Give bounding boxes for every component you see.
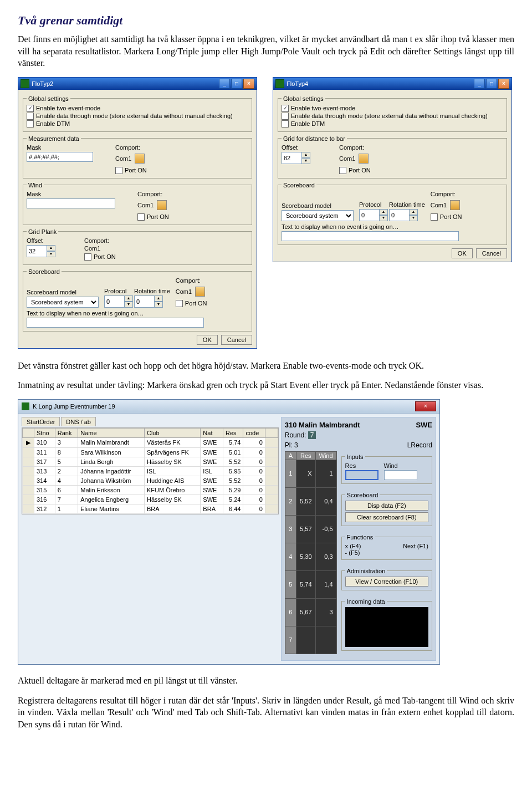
- place-label: Pl:: [285, 441, 293, 449]
- legend-wind: Wind: [27, 182, 44, 188]
- group-scoreboard-l: Scoreboard Scoreboard model Scoreboard s…: [23, 268, 252, 332]
- ok-button[interactable]: OK: [452, 248, 473, 258]
- disp-data-button[interactable]: Disp data (F2): [345, 501, 428, 511]
- window-event-entry: K Long Jump Eventnumber 19 × StartOrder …: [18, 399, 440, 665]
- label-mask-wind: Mask: [27, 191, 115, 197]
- results-table: Stno Rank Name Club Nat Res code ▶3103Ma…: [22, 428, 278, 514]
- group-scoreboard-r: Scoreboard Scoreboard model Scoreboard s…: [278, 182, 507, 245]
- table-row[interactable]: 3132Jóhanna IngadóttirISLISL5,950: [23, 466, 278, 476]
- group-functions: Functions x (F4)Next (F1) - (F5): [341, 534, 432, 560]
- cancel-button[interactable]: Cancel: [476, 248, 507, 258]
- maximize-button[interactable]: □: [486, 79, 497, 89]
- checkbox-two-event[interactable]: ✓Enable two-event-mode: [282, 105, 503, 112]
- minimize-button[interactable]: _: [219, 79, 230, 89]
- incoming-data-area: [345, 607, 428, 647]
- wizard-icon[interactable]: [157, 200, 167, 210]
- tab-dns-ab[interactable]: DNS / ab: [61, 417, 96, 426]
- wizard-icon[interactable]: [450, 200, 460, 210]
- checkbox-data-through[interactable]: Enable data through mode (store external…: [27, 113, 248, 120]
- checkbox-port-on-wind[interactable]: Port ON: [137, 213, 169, 221]
- th-nat[interactable]: Nat: [201, 428, 223, 437]
- checkbox-port-on-gp[interactable]: Port ON: [84, 253, 116, 261]
- group-incoming: Incoming data: [341, 598, 432, 651]
- group-measurement: Measurement data Mask Comport: Com1 Port…: [23, 135, 252, 179]
- th-club[interactable]: Club: [144, 428, 200, 437]
- func-next[interactable]: Next (F1): [403, 543, 428, 549]
- table-row[interactable]: 3118Sara WilkinsonSpårvägens FKSWE5,010: [23, 447, 278, 457]
- view-correction-button[interactable]: View / Correction (F10): [345, 577, 428, 587]
- round-label: Round:: [285, 431, 306, 439]
- res-input[interactable]: [345, 470, 378, 480]
- th-res[interactable]: Res: [223, 428, 243, 437]
- table-row[interactable]: 3175Linda BerghHässelby SKSWE5,520: [23, 457, 278, 466]
- checkbox-enable-dtm[interactable]: Enable DTM: [282, 120, 503, 128]
- close-button[interactable]: ×: [415, 401, 436, 411]
- offset-spinner[interactable]: ▲▼: [282, 152, 306, 164]
- lrecord-label: LRecord: [407, 441, 432, 449]
- wizard-icon[interactable]: [359, 154, 369, 164]
- place-value: 3: [294, 441, 298, 449]
- mask-input[interactable]: [27, 152, 93, 162]
- protocol-spinner[interactable]: ▲▼: [359, 209, 383, 221]
- legend-incoming: Incoming data: [345, 598, 387, 605]
- label-comport-wind: Comport:: [137, 191, 169, 197]
- comport-gp-value: Com1: [84, 245, 116, 252]
- func-dash-f5[interactable]: - (F5): [345, 549, 360, 556]
- close-button[interactable]: ×: [243, 79, 254, 89]
- legend-global: Global settings: [27, 95, 70, 102]
- th-code[interactable]: code: [243, 428, 265, 437]
- titlebar-event[interactable]: K Long Jump Eventnumber 19 ×: [18, 400, 439, 414]
- th-name[interactable]: Name: [78, 428, 145, 437]
- maximize-button[interactable]: □: [231, 79, 242, 89]
- label-comport-gp: Comport:: [84, 237, 116, 244]
- display-text-input[interactable]: [282, 231, 459, 241]
- group-global-settings: Global settings ✓Enable two-event-mode E…: [23, 95, 252, 132]
- wizard-icon[interactable]: [195, 287, 205, 297]
- wizard-icon[interactable]: [135, 154, 145, 164]
- table-row[interactable]: ▶3103Malin MalmbrandtVästerås FKSWE5,740: [23, 437, 278, 447]
- titlebar-flotyp2[interactable]: FloTyp2 _ □ ×: [18, 78, 257, 90]
- checkbox-two-event[interactable]: ✓Enable two-event-mode: [27, 105, 248, 112]
- label-rotation: Rotation time: [134, 288, 170, 294]
- checkbox-port-on-sb[interactable]: Port ON: [431, 213, 462, 221]
- ok-button[interactable]: OK: [197, 335, 218, 345]
- rotation-spinner[interactable]: ▲▼: [134, 295, 158, 308]
- func-x-f4[interactable]: x (F4): [345, 543, 361, 549]
- checkbox-enable-dtm[interactable]: Enable DTM: [27, 120, 248, 128]
- table-row[interactable]: 3144Johanna WikströmHuddinge AISSWE5,520: [23, 476, 278, 485]
- label-wind: Wind: [384, 462, 417, 469]
- label-sbmodel: Scoreboard model: [27, 289, 99, 295]
- display-text-input[interactable]: [27, 318, 204, 328]
- group-inputs: Inputs Res Wind: [341, 453, 432, 484]
- table-row[interactable]: 3167Angelica EngbergHässelby SKSWE5,240: [23, 495, 278, 504]
- wind-input[interactable]: [384, 470, 417, 480]
- group-global-settings-r: Global settings ✓Enable two-event-mode E…: [278, 95, 507, 132]
- th-stno[interactable]: Stno: [34, 428, 55, 437]
- section-heading: Två grenar samtidigt: [18, 13, 514, 28]
- rotation-spinner[interactable]: ▲▼: [389, 209, 413, 221]
- label-comport-sb: Comport:: [431, 191, 462, 197]
- checkbox-data-through[interactable]: Enable data through mode (store external…: [282, 113, 503, 120]
- round-row: 25,520,4: [285, 487, 336, 515]
- titlebar-flotyp4[interactable]: FloTyp4 _ □ ×: [273, 78, 511, 90]
- table-row[interactable]: 3156Malin ErikssonKFUM ÖrebroSWE5,290: [23, 485, 278, 495]
- round-row: 45,300,3: [285, 543, 336, 570]
- checkbox-port-on-sb[interactable]: Port ON: [176, 300, 207, 307]
- cancel-button[interactable]: Cancel: [221, 335, 252, 345]
- scoreboard-model-select[interactable]: Scoreboard system: [27, 297, 99, 308]
- tab-startorder[interactable]: StartOrder: [22, 417, 60, 426]
- th-rank[interactable]: Rank: [55, 428, 78, 437]
- athlete-nat: SWE: [416, 421, 432, 429]
- minimize-button[interactable]: _: [474, 79, 485, 89]
- legend-functions: Functions: [345, 534, 375, 541]
- wind-mask-input[interactable]: [27, 198, 115, 208]
- protocol-spinner[interactable]: ▲▼: [104, 295, 129, 308]
- close-button[interactable]: ×: [498, 79, 509, 89]
- checkbox-port-on-meas[interactable]: Port ON: [115, 167, 147, 174]
- offset-spinner[interactable]: ▲▼: [27, 245, 51, 257]
- label-rotation: Rotation time: [389, 201, 425, 208]
- scoreboard-model-select[interactable]: Scoreboard system: [282, 210, 354, 221]
- table-row[interactable]: 3121Eliane MartinsBRABRA6,440: [23, 504, 278, 513]
- clear-scoreboard-button[interactable]: Clear scoreboard (F8): [345, 512, 428, 522]
- checkbox-port-on-bar[interactable]: Port ON: [339, 167, 371, 174]
